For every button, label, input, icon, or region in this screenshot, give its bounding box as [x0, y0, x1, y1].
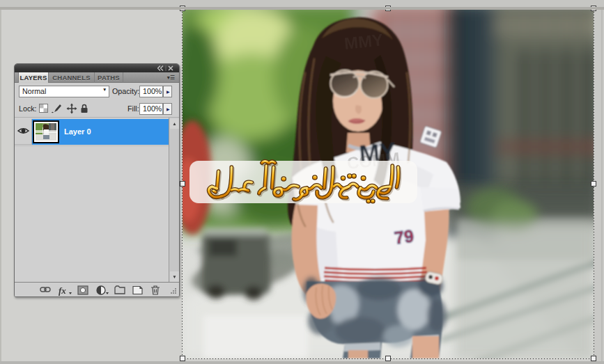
svg-text:fx: fx [59, 285, 66, 296]
svg-text:79: 79 [393, 225, 415, 248]
